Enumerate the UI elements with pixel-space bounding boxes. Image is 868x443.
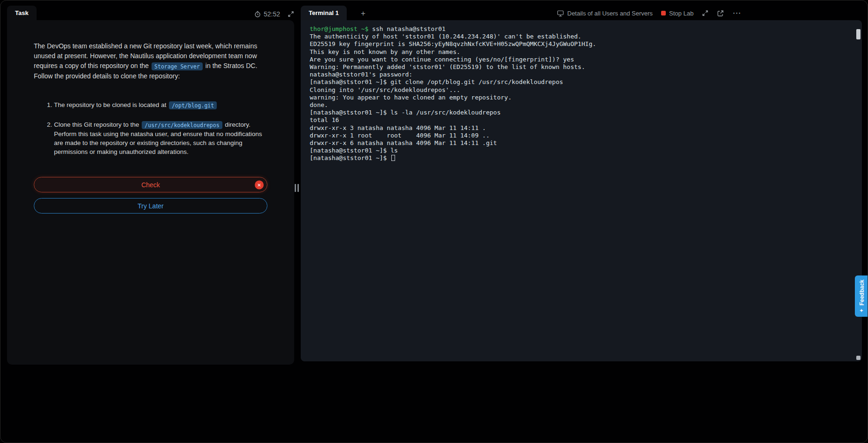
- stop-lab-button[interactable]: Stop Lab: [661, 10, 693, 17]
- terminal-line: [natasha@ststor01 ~]$ ls: [310, 147, 850, 154]
- text-segment: Clone this Git repository to the: [54, 121, 141, 128]
- details-label: Details of all Users and Servers: [567, 10, 653, 17]
- inline-code: /usr/src/kodekloudrepos: [142, 121, 222, 129]
- text-segment: The repository to be cloned is located a…: [54, 101, 168, 108]
- check-failed-icon: ✕: [255, 180, 264, 189]
- text-segment: Warning: Permanently added 'ststor01' (E…: [310, 63, 585, 70]
- terminal-line: drwxr-xr-x 6 natasha natasha 4096 Mar 11…: [310, 139, 850, 147]
- timer-value: 52:52: [264, 10, 280, 18]
- details-users-servers-link[interactable]: Details of all Users and Servers: [557, 10, 653, 17]
- new-terminal-tab-button[interactable]: +: [357, 7, 369, 20]
- terminal-line: drwxr-xr-x 1 root root 4096 Mar 11 14:09…: [310, 132, 850, 139]
- terminal-output: thor@jumphost ~$ ssh natasha@ststor01The…: [310, 25, 850, 162]
- text-segment: drwxr-xr-x 1 root root 4096 Mar 11 14:09…: [310, 132, 490, 139]
- check-button[interactable]: Check ✕: [34, 177, 267, 192]
- text-segment: [natasha@ststor01 ~]$: [310, 154, 390, 161]
- terminal-tabbar: Terminal 1 +: [301, 6, 369, 20]
- terminal-line: Warning: Permanently added 'ststor01' (E…: [310, 63, 850, 71]
- terminal-panel[interactable]: thor@jumphost ~$ ssh natasha@ststor01The…: [301, 20, 862, 361]
- scrollbar-down-button[interactable]: [856, 356, 860, 360]
- text-segment: natasha@ststor01's password:: [310, 71, 412, 78]
- app-window: Task 52:52 The DevOps team established a…: [0, 0, 868, 443]
- stop-icon: [661, 11, 666, 15]
- task-list: The repository to be cloned is located a…: [34, 100, 267, 156]
- panel-resize-handle[interactable]: [295, 184, 299, 192]
- open-external-icon[interactable]: [717, 10, 724, 17]
- text-segment: done.: [310, 101, 328, 108]
- terminal-line: [natasha@ststor01 ~]$ ls -la /usr/src/ko…: [310, 109, 850, 116]
- terminal-line: [natasha@ststor01 ~]$: [310, 154, 850, 162]
- task-description: The DevOps team established a new Git re…: [34, 41, 267, 81]
- terminal-line: natasha@ststor01's password:: [310, 71, 850, 78]
- stopwatch-icon: [254, 11, 261, 17]
- terminal-line: done.: [310, 101, 850, 109]
- terminal-cursor: [391, 155, 395, 161]
- text-segment: ssh natasha@ststor01: [368, 25, 445, 32]
- terminal-line: [natasha@ststor01 ~]$ git clone /opt/blo…: [310, 78, 850, 86]
- text-segment: thor@jumphost: [310, 25, 358, 32]
- fullscreen-icon[interactable]: [702, 10, 708, 16]
- terminal-line: thor@jumphost ~$ ssh natasha@ststor01: [310, 25, 850, 33]
- text-segment: drwxr-xr-x 3 natasha natasha 4096 Mar 11…: [310, 124, 486, 131]
- expand-task-panel-icon[interactable]: [288, 11, 294, 17]
- inline-code: Storage Server: [152, 62, 203, 70]
- text-segment: ~$: [358, 25, 368, 32]
- task-panel: The DevOps team established a new Git re…: [7, 20, 294, 365]
- feedback-button[interactable]: ✦ Feedback: [855, 275, 868, 317]
- terminal-line: Are you sure you want to continue connec…: [310, 56, 850, 63]
- text-segment: Are you sure you want to continue connec…: [310, 56, 574, 63]
- tab-task[interactable]: Task: [7, 6, 37, 20]
- text-segment: [natasha@ststor01 ~]$ ls: [310, 147, 398, 154]
- stop-lab-label: Stop Lab: [669, 10, 693, 17]
- text-segment: Cloning into '/usr/src/kodekloudrepos'..…: [310, 86, 460, 93]
- task-list-item: The repository to be cloned is located a…: [54, 100, 267, 110]
- text-segment: total 16: [310, 116, 339, 123]
- try-later-label: Try Later: [137, 202, 164, 210]
- text-segment: This key is not known by any other names…: [310, 48, 460, 55]
- terminal-line: warning: You appear to have cloned an em…: [310, 94, 850, 101]
- feedback-label: Feedback: [858, 280, 865, 306]
- lab-header-controls: Details of all Users and Servers Stop La…: [557, 6, 741, 20]
- scrollbar-thumb[interactable]: [856, 29, 860, 39]
- try-later-button[interactable]: Try Later: [34, 198, 267, 214]
- task-list-item: Clone this Git repository to the /usr/sr…: [54, 120, 267, 156]
- tab-terminal-1[interactable]: Terminal 1: [301, 6, 347, 20]
- terminal-line: This key is not known by any other names…: [310, 48, 850, 56]
- more-menu-icon[interactable]: ⋯: [732, 11, 741, 15]
- text-segment: warning: You appear to have cloned an em…: [310, 94, 511, 101]
- text-segment: [natasha@ststor01 ~]$ ls -la /usr/src/ko…: [310, 109, 501, 116]
- task-panel-tabbar: Task 52:52: [7, 6, 294, 20]
- inline-code: /opt/blog.git: [169, 101, 217, 109]
- terminal-line: ED25519 key fingerprint is SHA256:yEyN8q…: [310, 40, 850, 48]
- lab-timer: 52:52: [254, 10, 280, 18]
- text-segment: ED25519 key fingerprint is SHA256:yEyN8q…: [310, 40, 596, 47]
- terminal-line: total 16: [310, 116, 850, 124]
- terminal-line: Cloning into '/usr/src/kodekloudrepos'..…: [310, 86, 850, 94]
- text-segment: drwxr-xr-x 6 natasha natasha 4096 Mar 11…: [310, 139, 497, 146]
- terminal-line: drwxr-xr-x 3 natasha natasha 4096 Mar 11…: [310, 124, 850, 132]
- terminal-line: The authenticity of host 'ststor01 (10.2…: [310, 33, 850, 40]
- text-segment: The authenticity of host 'ststor01 (10.2…: [310, 33, 581, 40]
- check-button-label: Check: [141, 181, 160, 189]
- users-servers-icon: [557, 10, 564, 17]
- text-segment: [natasha@ststor01 ~]$ git clone /opt/blo…: [310, 78, 563, 85]
- task-panel-controls: 52:52: [254, 10, 294, 20]
- sparkle-icon: ✦: [858, 308, 864, 313]
- feedback-button-content: ✦ Feedback: [855, 275, 868, 317]
